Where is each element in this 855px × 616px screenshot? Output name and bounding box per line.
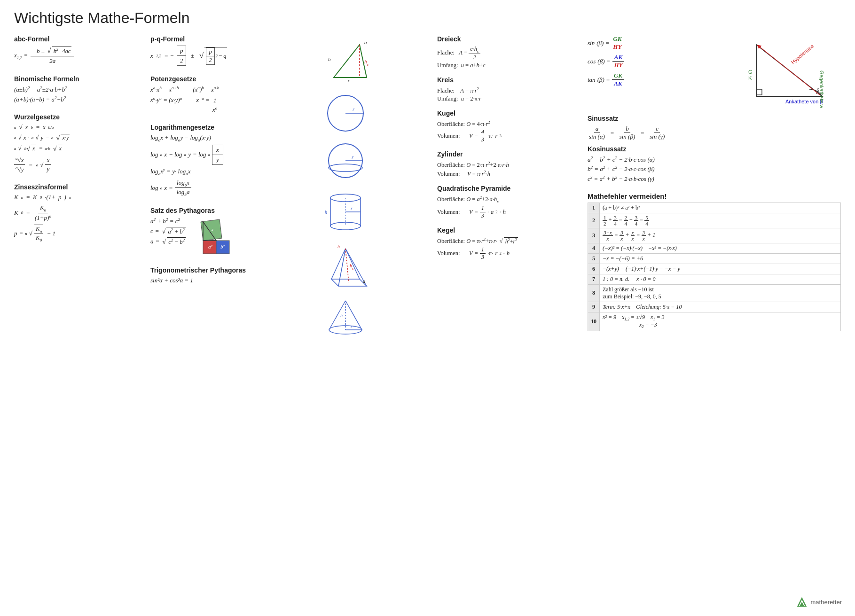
svg-line-52 <box>759 46 820 95</box>
abc-formula: x1,2 = −b ± √b2−4ac 2a <box>14 46 141 66</box>
svg-text:r: r <box>351 206 353 211</box>
svg-text:Hypotenuse: Hypotenuse <box>790 43 815 65</box>
error-row-2: 2 1 2 + 3 4 = 2 4 + <box>588 213 841 228</box>
svg-point-17 <box>329 164 362 172</box>
error-row-7: 7 1 : 0 = n. d. x · 0 = 0 <box>588 274 841 284</box>
error-row-9: 9 Term: 5·x+x Gleichung: 5·x = 10 <box>588 302 841 312</box>
svg-text:a: a <box>363 279 365 284</box>
circle-diagram: r <box>324 92 367 134</box>
cone-diagram: r h <box>324 296 367 338</box>
svg-text:Gegenkathete von β: Gegenkathete von β <box>819 70 824 108</box>
svg-text:a²: a² <box>208 244 213 250</box>
section-potenz-title: Potenzgesetze <box>150 75 315 83</box>
cone-section: r h <box>324 296 428 338</box>
section-wurzel-title: Wurzelgesetze <box>14 113 141 121</box>
svg-line-30 <box>345 249 360 279</box>
log-formula: logax + logay = loga(x·y) logax − logay … <box>150 134 315 197</box>
column-4: Dreieck Fläche: A = c·hc 2 Umfang: u = a… <box>437 35 578 265</box>
trig-diagram: Hypotenuse G K Ankathete von β β Gegenka… <box>747 35 841 108</box>
svg-text:b: b <box>328 56 331 62</box>
pyramid-diagram: hs h a <box>324 244 371 289</box>
svg-line-32 <box>338 249 345 286</box>
svg-text:hc: hc <box>364 59 369 67</box>
section-abc-title: abc-Formel <box>14 35 141 43</box>
section-pq-title: p-q-Formel <box>150 35 315 43</box>
svg-text:c²: c² <box>209 227 213 233</box>
zins-formula: Kn = K0·(1+p)n K0 = Kn (1+p)n p = n√ Kn … <box>14 194 141 242</box>
column-2: p-q-Formel x1,2 = − p 2 ± √ p 2 2 <box>150 35 315 291</box>
section-zins-title: Zinseszinsformel <box>14 183 141 191</box>
dreieck-title: Dreieck <box>437 35 578 43</box>
sinussatz-title: Sinussatz <box>588 115 841 122</box>
svg-text:h: h <box>325 210 327 215</box>
kugel-title: Kugel <box>437 109 578 117</box>
svg-text:G: G <box>748 69 753 75</box>
sphere-section: r <box>324 142 428 182</box>
trig-pyth-formula: sin²α + cos²α = 1 <box>150 277 315 284</box>
column-1: abc-Formel x1,2 = −b ± √b2−4ac 2a Binomi… <box>14 35 141 249</box>
section-log-title: Logarithmengesetze <box>150 124 315 131</box>
column-3: b hc a c r r <box>324 35 428 346</box>
cylinder-diagram: r h <box>324 189 367 236</box>
pythagoras-formula: a2 + b2 = c2 c = √a2 + b2 a = √c2 − b2 c… <box>150 217 315 257</box>
svg-text:r: r <box>352 154 354 160</box>
abc-lhs: x1,2 = <box>14 52 28 60</box>
error-row-10: 10 x² = 9 x1,2 = ±√9 x1 = 3 x2 = −3 <box>588 312 841 331</box>
pyramide-title: Quadratische Pyramide <box>437 185 578 192</box>
triangle-section: b hc a c <box>324 38 428 85</box>
svg-line-29 <box>331 249 345 279</box>
svg-text:r: r <box>351 324 353 329</box>
circle-section: r <box>324 92 428 134</box>
sphere-diagram: r <box>324 142 367 182</box>
error-row-1: 1 (a + b)² ≠ a² + b² <box>588 203 841 213</box>
triangle-diagram: b hc a c <box>324 38 376 85</box>
cylinder-section: r h <box>324 189 428 236</box>
column-5: sin(β) = GK HY cos(β) = AK HY tan(β) = <box>588 35 841 331</box>
section-binomisch-title: Binomische Formeln <box>14 75 141 83</box>
error-row-3: 3 3+x x = 3 x + x x = <box>588 228 841 243</box>
svg-marker-7 <box>334 45 367 78</box>
pythagoras-diagram: c² a² b² <box>191 217 234 257</box>
svg-marker-28 <box>331 279 367 286</box>
error-row-8: 8 Zahl größer als −10 istzum Beispiel: −… <box>588 284 841 302</box>
kegel-title: Kegel <box>437 226 578 234</box>
svg-rect-51 <box>756 89 762 95</box>
page-title: Wichtigste Mathe-Formeln <box>14 9 841 27</box>
potenz-formula: xa·xb = xa+b (xa)b = xa·b xa·ya = (x·y)a… <box>150 86 315 114</box>
svg-text:c: c <box>348 78 350 83</box>
error-row-4: 4 (−x)² = (−x)·(−x) −x² = −(x·x) <box>588 243 841 253</box>
pyramid-section: hs h a <box>324 244 428 289</box>
section-pythagoras-title: Satz des Pythagoras <box>150 207 315 214</box>
binomisch-formula: (a±b)2 = a2±2·a·b+b2 (a+b)·(a−b) = a2−b2 <box>14 86 141 104</box>
wurzel-formula: a√xb = x b/a a√x · a√y = a√x·y a√b√x = a… <box>14 124 141 174</box>
errors-table: 1 (a + b)² ≠ a² + b² 2 1 2 + 3 4 = <box>588 203 841 331</box>
kosinussatz-title: Kosinussatz <box>588 145 841 153</box>
error-row-6: 6 −(x+y) = (−1)·x+(−1)·y = −x − y <box>588 264 841 274</box>
svg-text:K: K <box>748 75 752 81</box>
errors-title: Mathefehler vermeiden! <box>588 192 841 200</box>
svg-text:b²: b² <box>220 244 225 250</box>
zylinder-title: Zylinder <box>437 150 578 158</box>
svg-text:Ankathete von β: Ankathete von β <box>785 99 823 104</box>
svg-text:a: a <box>364 39 367 45</box>
matheretter-logo: matheretter <box>795 595 842 608</box>
section-trig-pyth-title: Trigonometrischer Pythagoras <box>150 266 315 274</box>
error-row-5: 5 −x = −(−6) = +6 <box>588 253 841 264</box>
pq-formula: x1,2 = − p 2 ± √ p 2 2 −q <box>150 46 315 66</box>
svg-text:h: h <box>337 244 340 249</box>
svg-text:r: r <box>353 106 355 112</box>
svg-text:h: h <box>340 313 343 318</box>
logo-text: matheretter <box>811 599 842 606</box>
kreis-title: Kreis <box>437 76 578 84</box>
